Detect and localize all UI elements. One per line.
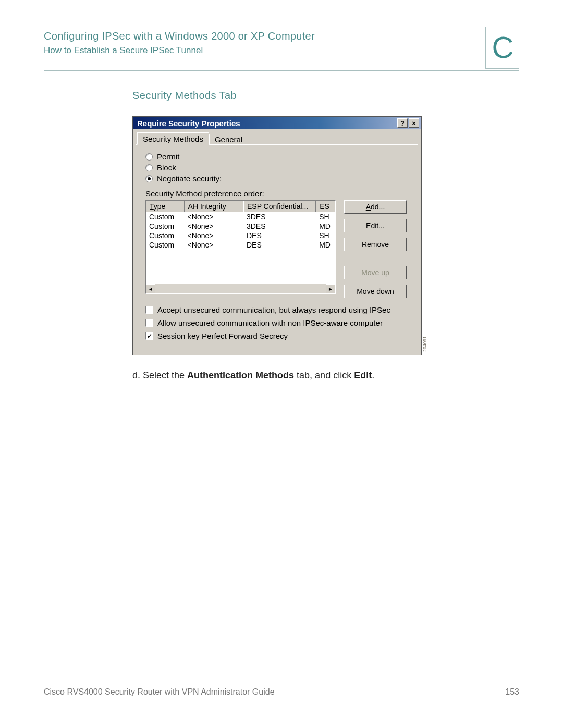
methods-table[interactable]: Type AH Integrity ESP Confidential... ES… xyxy=(145,200,336,294)
radio-icon xyxy=(145,164,153,171)
cell-type: Custom xyxy=(146,240,185,250)
check-allow-unsecured[interactable]: Allow unsecured communication with non I… xyxy=(145,318,411,327)
preference-order-label: Security Method preference order: xyxy=(145,189,411,198)
dialog-title: Require Security Properties xyxy=(137,119,240,128)
check-accept-label: Accept unsecured communication, but alwa… xyxy=(157,305,390,314)
instr-suffix: . xyxy=(372,370,374,380)
table-row[interactable]: Custom <None> DES MD xyxy=(146,240,335,250)
cell-ah: <None> xyxy=(185,212,243,221)
radio-block-label: Block xyxy=(157,163,176,172)
cell-esp: DES xyxy=(243,231,316,240)
radio-icon xyxy=(145,175,153,182)
section-title: Security Methods Tab xyxy=(132,90,519,102)
instr-bold2: Edit xyxy=(354,370,372,380)
checkbox-icon xyxy=(145,306,153,314)
scroll-right-icon[interactable]: ► xyxy=(326,284,335,293)
cell-es: MD xyxy=(316,221,335,231)
radio-block[interactable]: Block xyxy=(145,163,411,172)
table-header: Type AH Integrity ESP Confidential... ES xyxy=(146,201,335,212)
instruction-d: d. Select the Authentication Methods tab… xyxy=(132,370,519,381)
help-icon[interactable]: ? xyxy=(397,118,408,128)
h-scrollbar[interactable]: ◄ ► xyxy=(146,284,335,293)
cell-ah: <None> xyxy=(185,221,243,231)
cell-es: MD xyxy=(316,240,335,250)
check-session-pfs[interactable]: Session key Perfect Forward Secrecy xyxy=(145,331,411,340)
checkbox-icon xyxy=(145,319,153,327)
col-esp[interactable]: ESP Confidential... xyxy=(243,201,316,212)
page-title: Configuring IPSec with a Windows 2000 or… xyxy=(44,30,485,42)
header-divider xyxy=(44,70,519,71)
remove-button[interactable]: Remove xyxy=(344,238,407,251)
radio-negotiate[interactable]: Negotiate security: xyxy=(145,174,411,183)
check-accept-unsecured[interactable]: Accept unsecured communication, but alwa… xyxy=(145,305,411,314)
cell-es: SH xyxy=(316,212,335,221)
move-down-button[interactable]: Move down xyxy=(344,285,407,298)
page-subtitle: How to Establish a Secure IPSec Tunnel xyxy=(44,45,485,56)
radio-permit[interactable]: Permit xyxy=(145,152,411,161)
appendix-box: C xyxy=(485,27,519,69)
page-footer: Cisco RVS4000 Security Router with VPN A… xyxy=(44,681,519,697)
checkbox-icon xyxy=(145,332,153,340)
add-button[interactable]: Add... xyxy=(344,200,407,214)
col-ah[interactable]: AH Integrity xyxy=(185,201,243,212)
radio-negotiate-label: Negotiate security: xyxy=(157,174,222,183)
table-row[interactable]: Custom <None> 3DES MD xyxy=(146,221,335,231)
radio-icon xyxy=(145,153,153,161)
cell-esp: DES xyxy=(243,240,316,250)
cell-type: Custom xyxy=(146,221,185,231)
tab-security-methods[interactable]: Security Methods xyxy=(137,132,209,145)
cell-es: SH xyxy=(316,231,335,240)
cell-type: Custom xyxy=(146,212,185,221)
require-security-dialog: Require Security Properties ? × Security… xyxy=(132,116,422,355)
col-type[interactable]: Type xyxy=(146,201,185,212)
appendix-letter: C xyxy=(492,32,514,63)
cell-type: Custom xyxy=(146,231,185,240)
col-es[interactable]: ES xyxy=(316,201,335,212)
tab-pane: Permit Block Negotiate security: Securit… xyxy=(136,144,418,350)
close-icon[interactable]: × xyxy=(409,118,419,128)
instr-mid: tab, and click xyxy=(294,370,354,380)
footer-guide: Cisco RVS4000 Security Router with VPN A… xyxy=(44,687,275,697)
figure-ref: 204091 xyxy=(422,336,427,352)
cell-ah: <None> xyxy=(185,231,243,240)
table-body: Custom <None> 3DES SH Custom <None> 3DES xyxy=(146,212,335,284)
cell-esp: 3DES xyxy=(243,221,316,231)
table-row[interactable]: Custom <None> DES SH xyxy=(146,231,335,240)
check-allow-label: Allow unsecured communication with non I… xyxy=(157,318,383,327)
radio-permit-label: Permit xyxy=(157,152,179,161)
cell-ah: <None> xyxy=(185,240,243,250)
footer-page: 153 xyxy=(505,687,519,697)
instr-bold1: Authentication Methods xyxy=(187,370,294,380)
tab-general[interactable]: General xyxy=(209,134,248,144)
titlebar[interactable]: Require Security Properties ? × xyxy=(133,117,421,129)
table-row[interactable]: Custom <None> 3DES SH xyxy=(146,212,335,221)
edit-button[interactable]: Edit... xyxy=(344,219,407,232)
scroll-left-icon[interactable]: ◄ xyxy=(146,284,155,293)
check-session-label: Session key Perfect Forward Secrecy xyxy=(157,331,288,340)
instr-prefix: d. Select the xyxy=(132,370,187,380)
move-up-button: Move up xyxy=(344,266,407,279)
cell-esp: 3DES xyxy=(243,212,316,221)
